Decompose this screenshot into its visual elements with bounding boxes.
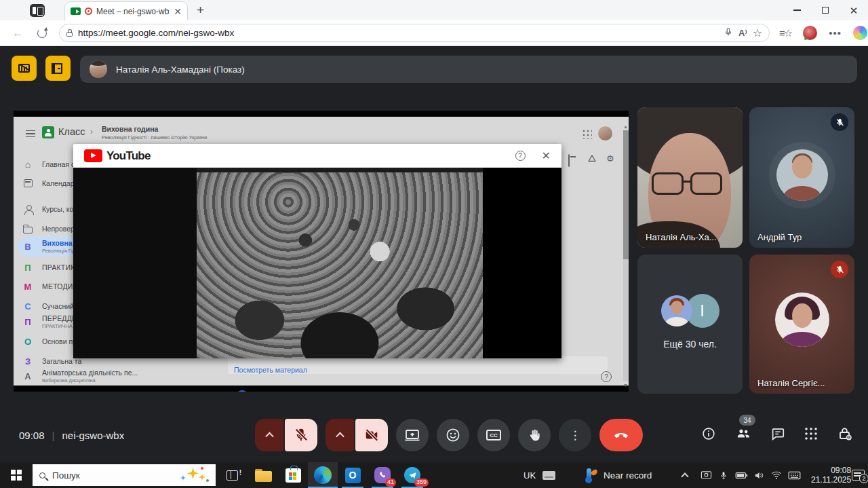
sidebar-label: Аніматорська діяльність пе...	[42, 369, 138, 377]
copilot-icon[interactable]	[853, 26, 867, 40]
language-indicator[interactable]: UK	[524, 462, 555, 488]
url-text[interactable]: https://meet.google.com/nei-gswo-wbx	[78, 28, 718, 38]
notification-icon: 2	[852, 470, 865, 481]
taskbar-clock[interactable]: 09:08 21.11.2025	[811, 462, 851, 488]
settings-gear-icon[interactable]: ⚙	[606, 153, 614, 164]
folder-icon	[255, 469, 272, 482]
account-avatar[interactable]	[598, 126, 612, 140]
weather-text: Near record	[604, 470, 652, 481]
sidebar-item-animatorska[interactable]: ААніматорська діяльність пе...Вибиркова …	[22, 367, 138, 385]
microsoft-store-button[interactable]	[278, 462, 308, 488]
profile-avatar[interactable]	[803, 26, 817, 40]
captions-button[interactable]: CC	[477, 419, 510, 451]
extension-button-1[interactable]	[12, 56, 37, 81]
meeting-panels: 34	[701, 408, 853, 462]
taskbar-search[interactable]: Пошук	[33, 464, 216, 486]
file-explorer-button[interactable]	[248, 462, 278, 488]
course-letter: С	[22, 301, 34, 312]
task-view-button[interactable]: !	[217, 462, 247, 488]
favorites-bar-icon[interactable]: ≡☆	[779, 27, 791, 39]
youtube-popup: YouTube ? ✕	[73, 144, 561, 358]
participant-tile-4[interactable]: Наталія Сергіє...	[749, 255, 854, 394]
tray-expand-button[interactable]	[682, 462, 688, 488]
camera-off-button[interactable]	[355, 419, 388, 451]
back-button[interactable]: ←	[12, 26, 24, 40]
scroll-up-arrow[interactable]: ▲	[623, 124, 628, 129]
battery-icon[interactable]	[732, 471, 750, 480]
call-controls: CC ⋮	[255, 419, 643, 451]
new-tab-button[interactable]: +	[197, 3, 204, 18]
leave-call-button[interactable]	[599, 419, 643, 451]
outlook-taskbar-button[interactable]: O	[338, 462, 368, 488]
host-controls-lock-icon[interactable]	[837, 426, 853, 445]
microphone-tray-icon[interactable]	[715, 470, 732, 481]
classroom-scrollbar[interactable]	[623, 130, 629, 381]
reload-button[interactable]	[37, 29, 47, 38]
mic-control-group	[255, 419, 317, 451]
view-material-link[interactable]: Посмотреть материал	[234, 366, 307, 374]
extension-button-2[interactable]	[45, 56, 71, 81]
course-title[interactable]: Виховна година	[102, 125, 158, 133]
course-letter: П	[22, 263, 34, 273]
youtube-close-icon[interactable]: ✕	[542, 149, 551, 162]
browser-menu-icon[interactable]: •••	[829, 27, 842, 39]
participant-tile-overflow[interactable]: І Ещё 30 чел.	[637, 255, 743, 394]
read-aloud-icon[interactable]: A⁾	[738, 28, 747, 38]
shared-screen[interactable]: Класс › Виховна година Революція Гідност…	[14, 111, 629, 392]
touch-keyboard-icon[interactable]	[785, 471, 803, 480]
tab-close-icon[interactable]: ✕	[174, 6, 182, 17]
people-panel-icon[interactable]: 34	[735, 426, 751, 445]
present-screen-button[interactable]	[396, 419, 429, 451]
edge-taskbar-button[interactable]	[308, 462, 338, 488]
window-close-button[interactable]: ✕	[840, 0, 868, 20]
telegram-taskbar-button[interactable]: 359	[397, 462, 427, 488]
reactions-button[interactable]	[437, 419, 469, 451]
slashed-panel-icon	[18, 64, 30, 73]
wifi-icon[interactable]	[768, 470, 785, 480]
more-options-button[interactable]: ⋮	[559, 419, 591, 451]
youtube-help-icon[interactable]: ?	[515, 151, 526, 161]
menu-icon[interactable]	[26, 130, 35, 137]
participant-name: Андрій Тур	[757, 232, 802, 242]
calendar-icon-toolbar[interactable]	[568, 155, 570, 167]
address-bar[interactable]: https://meet.google.com/nei-gswo-wbx A⁾ …	[59, 24, 770, 42]
activities-grid-icon[interactable]	[804, 427, 818, 443]
chat-panel-icon[interactable]	[770, 426, 785, 444]
sidebar-sublabel: Вибиркова дисципліна	[42, 377, 138, 383]
classroom-app-label[interactable]: Класс	[58, 126, 85, 137]
tab-actions-button[interactable]	[30, 4, 45, 17]
participant-tile-1[interactable]: Наталія Аль-Ха...	[637, 107, 743, 248]
window-maximize-button[interactable]	[811, 0, 840, 20]
favorite-star-icon[interactable]: ☆	[753, 26, 762, 39]
browser-tab[interactable]: Meet – nei-gswo-wbx ✕	[64, 1, 188, 20]
raise-hand-button[interactable]	[518, 419, 551, 451]
apps-grid-icon[interactable]	[582, 129, 592, 139]
volume-icon[interactable]	[750, 470, 768, 481]
notification-center-button[interactable]: 2	[852, 462, 865, 488]
viber-taskbar-button[interactable]: 41	[368, 462, 397, 488]
weather-widget[interactable]: Near record	[585, 462, 652, 488]
camera-options-button[interactable]	[326, 419, 354, 451]
scroll-down-arrow[interactable]: ▼	[623, 383, 628, 388]
drive-icon[interactable]	[587, 154, 597, 163]
participant-name: Наталія Сергіє...	[757, 378, 825, 388]
fab-dot[interactable]	[236, 390, 248, 392]
sidebar-item-calendar[interactable]: Календарь	[22, 174, 78, 192]
sidebar-item-courses[interactable]: Курсы, кото	[22, 200, 81, 218]
mic-options-button[interactable]	[255, 419, 283, 451]
mic-mute-button[interactable]	[285, 419, 317, 451]
person-icon	[22, 206, 34, 212]
info-icon[interactable]	[701, 426, 716, 444]
help-circle-icon[interactable]: ?	[601, 371, 612, 382]
lock-icon[interactable]	[66, 32, 73, 37]
youtube-video-area[interactable]	[73, 168, 561, 358]
video-letterbox	[73, 168, 197, 358]
window-minimize-button[interactable]	[783, 0, 811, 20]
participant-tile-2[interactable]: Андрій Тур	[749, 107, 854, 248]
scrollbar-thumb[interactable]	[623, 130, 629, 259]
start-button[interactable]	[0, 462, 33, 488]
voice-search-icon[interactable]	[724, 27, 733, 39]
video-frame[interactable]	[197, 168, 483, 358]
meet-now-icon[interactable]	[697, 470, 715, 481]
sidebar-item-osnovy[interactable]: ООснови при	[22, 333, 81, 350]
